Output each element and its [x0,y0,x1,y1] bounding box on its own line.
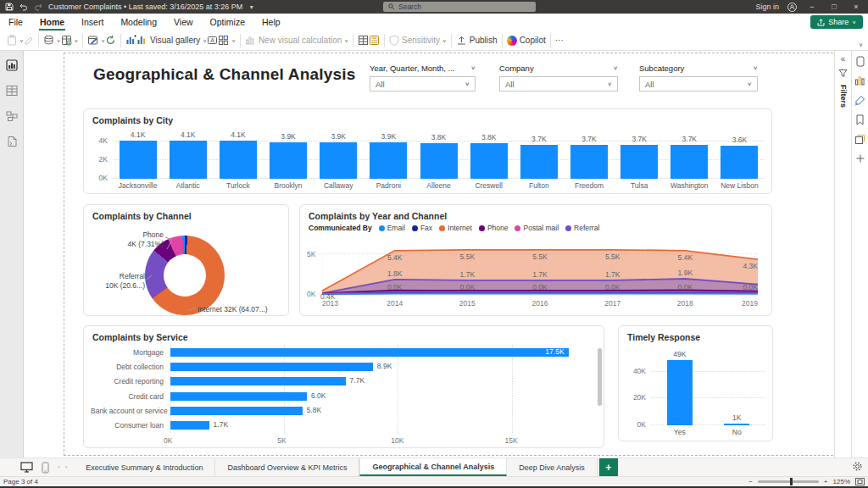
bar[interactable] [570,145,608,179]
bar[interactable]: 6.0K [170,392,307,401]
timely-response-card[interactable]: Timely Response 0K20K40K49K1KYesNo [618,325,773,441]
new-visual-button[interactable] [125,35,136,46]
chevron-down-icon[interactable]: ∨ [753,65,758,71]
model-view-button[interactable] [4,108,19,124]
file-title[interactable]: Customer Complaints • Last saved: 3/16/2… [48,3,242,11]
menu-help[interactable]: Help [253,14,289,30]
bar[interactable] [120,141,157,179]
bar[interactable]: 5.8K [170,407,303,415]
bookmarks-pane-icon[interactable] [855,114,865,125]
visual-scrollbar[interactable] [598,348,602,406]
desktop-layout-icon[interactable] [20,462,33,473]
bar[interactable] [620,145,658,179]
quick-measure-button[interactable] [369,35,380,46]
selection-pane-icon[interactable] [854,134,865,145]
format-pane-icon[interactable] [854,95,865,106]
bar[interactable]: 8.9K [170,363,373,371]
menu-view[interactable]: View [165,14,202,30]
zoom-slider[interactable] [758,480,819,483]
paste-button[interactable]: ∨ [7,35,24,46]
close-button[interactable]: × [849,3,863,11]
share-button[interactable]: Share ∨ [810,15,863,29]
zoom-in-button[interactable]: + [824,478,828,485]
account-avatar[interactable] [787,3,797,12]
data-pane-icon[interactable] [855,56,865,67]
bar[interactable] [270,142,307,179]
search-input[interactable]: Search [383,2,536,12]
menu-insert[interactable]: Insert [73,14,112,30]
bar[interactable] [520,145,558,179]
complaints-by-city-card[interactable]: Complaints by City 0K2K4K4.1K4.1K4.1K3.9… [83,108,772,194]
slicer-dropdown[interactable]: All∨ [499,76,618,92]
chevron-down-icon[interactable]: ∨ [613,65,618,71]
transform-data-button[interactable]: ∨ [87,35,105,46]
prev-page-arrow[interactable]: ‹ [58,463,60,471]
table-view-rail-button[interactable] [4,83,19,98]
dax-query-view-button[interactable] [4,134,19,149]
sign-in-link[interactable]: Sign in [755,3,779,11]
publish-button[interactable]: Publish [456,35,498,46]
bar[interactable] [670,145,708,179]
bar[interactable] [667,360,693,425]
bar[interactable] [420,143,458,179]
legend-item-phone[interactable]: Phone [479,224,509,232]
legend-item-fax[interactable]: Fax [412,224,432,232]
menu-file[interactable]: File [0,14,31,30]
page-tab-dashboard-overview[interactable]: Dashboard Overview & KPI Metrics [215,458,359,476]
menu-modeling[interactable]: Modeling [112,14,165,30]
complaints-by-year-channel-card[interactable]: Complaints by Year and Channel Communica… [299,204,772,316]
next-page-arrow[interactable]: › [65,463,68,471]
legend-item-postal-mail[interactable]: Postal mail [515,224,559,232]
bar[interactable]: 1.7K [170,421,209,430]
visualizations-pane-icon[interactable] [854,75,865,86]
legend-item-email[interactable]: Email [379,224,405,232]
page-tab-executive-summary[interactable]: Executive Summary & Introduction [74,458,215,476]
complaints-by-service-card[interactable]: Complaints by Service 0K5K10K15KMortgage… [83,325,604,448]
complaints-by-channel-card[interactable]: Complaints by Channel Phone4K (7.31%)Ref… [83,204,289,316]
undo-icon[interactable] [19,3,28,11]
new-visual-calculation-button[interactable]: New visual calculation∨ [245,35,348,46]
title-dropdown-caret[interactable]: ▼ [248,4,254,10]
ribbon-more-button[interactable]: ··· [555,36,564,45]
menu-home[interactable]: Home [31,14,73,30]
sensitivity-button[interactable]: Sensitivity∨ [389,35,447,46]
bar[interactable]: 7.7K [170,377,346,385]
text-box-button[interactable]: A [207,35,218,46]
minimize-button[interactable]: − [805,3,819,11]
copilot-button[interactable]: Copilot [507,36,546,46]
import-workbook-button[interactable]: ∨ [61,35,79,46]
zoom-level[interactable]: 125% [833,478,850,485]
page-tab-geographical-channel[interactable]: Geographical & Channel Analysis [359,458,507,476]
get-data-button[interactable]: ∨ [43,35,61,46]
report-view-button[interactable] [4,58,19,73]
bar[interactable]: 17.5K [170,348,569,357]
redo-icon[interactable] [34,3,42,11]
bar[interactable] [721,146,758,179]
mobile-layout-icon[interactable] [42,462,49,474]
add-pane-icon[interactable] [855,153,865,164]
bar[interactable] [320,142,357,179]
new-page-button[interactable]: + [599,458,618,476]
collapse-ribbon-chevron[interactable]: ∨ [859,42,863,48]
format-painter-button[interactable] [24,36,34,46]
settings-gear-icon[interactable] [852,461,863,472]
zoom-slider-thumb[interactable] [790,478,793,485]
menu-optimize[interactable]: Optimize [202,14,253,30]
page-tab-deep-dive[interactable]: Deep Dive Analysis [507,458,598,476]
more-visuals-button[interactable]: ∨ [218,35,236,46]
bar[interactable] [370,142,407,179]
maximize-button[interactable]: □ [827,3,841,11]
zoom-out-button[interactable]: − [748,478,753,485]
filters-pane-label[interactable]: Filters [839,85,848,108]
slicer-dropdown[interactable]: All∨ [639,76,758,92]
chevron-down-icon[interactable]: ∨ [470,65,476,71]
table-view-button[interactable] [358,35,369,46]
slicer-dropdown[interactable]: All∨ [370,76,476,92]
bar[interactable] [170,141,207,179]
visual-gallery-button[interactable]: Visual gallery∨ [136,35,207,46]
legend-item-internet[interactable]: Internet [439,224,472,232]
fit-to-page-icon[interactable] [855,478,865,485]
save-icon[interactable] [5,3,14,11]
legend-item-referral[interactable]: Referral [565,224,599,232]
bar[interactable] [220,141,257,179]
